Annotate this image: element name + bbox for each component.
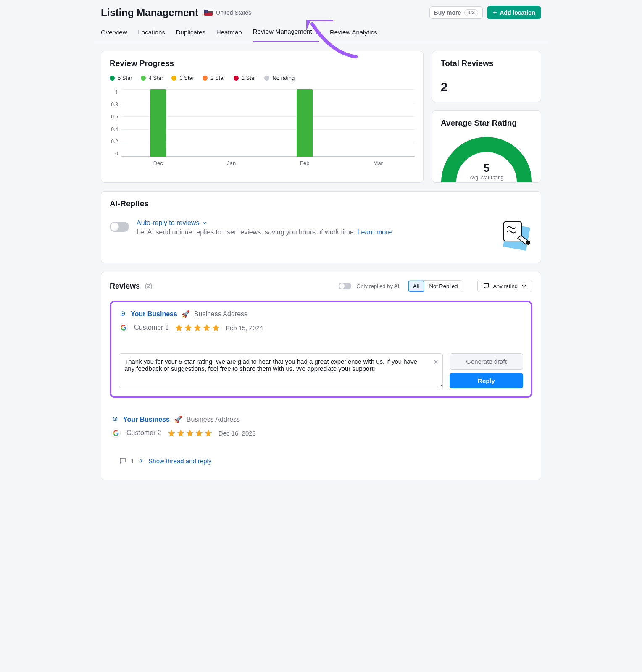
seg-all-button[interactable]: All — [408, 281, 424, 292]
star-rating — [167, 429, 213, 437]
comment-icon — [483, 283, 489, 289]
add-location-label: Add location — [500, 9, 535, 16]
country-label: United States — [216, 9, 251, 16]
rocket-icon: 🚀 — [182, 310, 190, 318]
star-rating — [175, 323, 220, 332]
learn-more-link[interactable]: Learn more — [358, 228, 392, 236]
ai-replies-title: AI-Replies — [110, 199, 532, 208]
star-icon — [212, 323, 220, 332]
star-icon — [193, 323, 202, 332]
legend-3star[interactable]: 3 Star — [171, 75, 194, 81]
customer-name: Customer 1 — [134, 324, 169, 331]
legend-4star[interactable]: 4 Star — [141, 75, 163, 81]
only-ai-toggle[interactable] — [339, 283, 351, 289]
tab-heatmap[interactable]: Heatmap — [216, 24, 242, 42]
chart-legend: 5 Star 4 Star 3 Star 2 Star 1 Star No ra… — [110, 75, 415, 81]
reply-button[interactable]: Reply — [450, 373, 523, 388]
tab-badge: 2 — [316, 28, 319, 35]
star-icon — [204, 429, 213, 437]
svg-point-2 — [526, 241, 530, 245]
total-reviews-value: 2 — [441, 80, 532, 94]
rating-filter-dropdown[interactable]: Any rating — [477, 280, 532, 292]
reply-filter-segment: All Not Replied — [408, 280, 463, 292]
bar[interactable] — [150, 89, 166, 157]
buy-more-button[interactable]: Buy more 1/2 — [429, 6, 483, 19]
tab-review-management[interactable]: Review Management 2 — [253, 24, 319, 42]
page-title: Listing Management — [101, 7, 198, 18]
flag-icon — [204, 10, 213, 16]
show-thread-link[interactable]: 1 Show thread and reply — [111, 457, 531, 465]
business-address: Business Address — [187, 416, 240, 423]
legend-5star[interactable]: 5 Star — [110, 75, 132, 81]
ai-replies-card: AI-Replies Auto-reply to reviews Let AI … — [101, 191, 541, 263]
reply-textarea[interactable]: Thank you for your 5-star rating! We are… — [119, 353, 443, 388]
review-progress-card: Review Progress 5 Star 4 Star 3 Star 2 S… — [101, 51, 424, 183]
review-date: Dec 16, 2023 — [218, 430, 256, 437]
pin-icon — [119, 310, 126, 318]
star-icon — [175, 323, 183, 332]
legend-2star[interactable]: 2 Star — [203, 75, 225, 81]
review-item-1: Your Business 🚀 Business Address Custome… — [110, 301, 532, 398]
pin-icon — [111, 416, 119, 423]
star-icon — [186, 429, 194, 437]
star-icon — [176, 429, 185, 437]
chevron-down-icon — [521, 283, 527, 289]
business-link[interactable]: Your Business — [131, 310, 177, 318]
ai-illustration-icon — [495, 219, 532, 253]
avg-rating-value: 5 — [440, 162, 533, 175]
thread-count: 1 — [131, 457, 134, 465]
reviews-title: Reviews — [110, 282, 140, 291]
tab-overview[interactable]: Overview — [101, 24, 127, 42]
avg-rating-card: Average Star Rating 5 Avg. star rating — [432, 110, 541, 183]
star-icon — [203, 323, 211, 332]
review-progress-title: Review Progress — [110, 59, 415, 68]
tab-review-analytics[interactable]: Review Analytics — [330, 24, 377, 42]
only-ai-label: Only replied by AI — [356, 283, 399, 289]
clear-reply-icon[interactable]: × — [434, 358, 438, 367]
total-reviews-card: Total Reviews 2 — [432, 51, 541, 102]
add-location-button[interactable]: + Add location — [487, 6, 541, 19]
chevron-right-icon — [138, 458, 144, 464]
avg-rating-subtitle: Avg. star rating — [440, 175, 533, 181]
tab-locations[interactable]: Locations — [138, 24, 165, 42]
customer-name: Customer 2 — [126, 429, 161, 437]
review-item-2: Your Business 🚀 Business Address Custome… — [110, 408, 532, 472]
auto-reply-toggle[interactable] — [110, 222, 129, 232]
generate-draft-button[interactable]: Generate draft — [450, 353, 523, 370]
bar[interactable] — [297, 89, 313, 157]
legend-norating[interactable]: No rating — [264, 75, 295, 81]
svg-point-6 — [115, 418, 116, 420]
chevron-down-icon — [202, 220, 208, 226]
reviews-card: Reviews (2) Only replied by AI All Not R… — [101, 272, 541, 480]
auto-reply-link[interactable]: Auto-reply to reviews — [137, 219, 208, 227]
business-link[interactable]: Your Business — [123, 416, 170, 423]
comment-icon — [119, 457, 126, 465]
star-icon — [167, 429, 176, 437]
star-icon — [195, 429, 203, 437]
tabs: Overview Locations Duplicates Heatmap Re… — [94, 24, 548, 42]
review-chart: 1 0.8 0.6 0.4 0.2 0 Dec Jan Feb Mar — [110, 89, 415, 173]
rocket-icon: 🚀 — [174, 415, 182, 423]
auto-reply-desc: Let AI send unique replies to user revie… — [137, 228, 487, 236]
buy-more-label: Buy more — [434, 9, 461, 16]
google-icon — [111, 428, 121, 438]
legend-1star[interactable]: 1 Star — [234, 75, 256, 81]
buy-more-count: 1/2 — [464, 9, 478, 16]
business-address: Business Address — [194, 310, 247, 318]
google-icon — [119, 323, 128, 332]
reviews-count: (2) — [145, 283, 152, 289]
avg-rating-title: Average Star Rating — [437, 118, 537, 128]
total-reviews-title: Total Reviews — [441, 59, 532, 68]
tab-duplicates[interactable]: Duplicates — [176, 24, 205, 42]
seg-not-replied-button[interactable]: Not Replied — [424, 281, 463, 292]
star-icon — [184, 323, 192, 332]
svg-point-4 — [122, 313, 124, 314]
review-date: Feb 15, 2024 — [226, 324, 263, 331]
